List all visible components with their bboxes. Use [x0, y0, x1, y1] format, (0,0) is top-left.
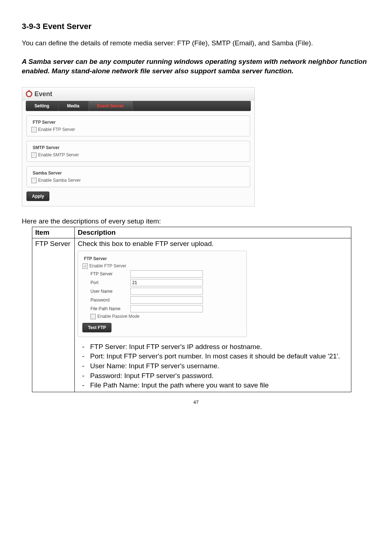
checkbox-samba[interactable] — [31, 178, 37, 183]
form-row-username: User Name — [90, 288, 242, 295]
checkbox-label-samba: Enable Samba Server — [38, 178, 81, 183]
cell-item: FTP Server — [32, 238, 75, 392]
th-item: Item — [32, 227, 75, 238]
checkbox-row-ftp: Enable FTP Server — [31, 127, 245, 132]
input-username[interactable] — [130, 288, 203, 295]
fieldset-legend-samba: Samba Server — [31, 171, 63, 176]
checkbox-ftp[interactable] — [31, 127, 37, 132]
tab-setting[interactable]: Setting — [26, 101, 58, 111]
tab-media[interactable]: Media — [58, 101, 89, 111]
panel-title-bar: Event — [22, 87, 254, 101]
form-row-password: Password — [90, 296, 242, 304]
list-item: FTP Server: Input FTP server's IP addres… — [78, 342, 348, 352]
fieldset-legend-smtp: SMTP Server — [31, 145, 61, 150]
fieldset-smtp: SMTP Server Enable SMTP Server — [26, 141, 250, 162]
bullet-list: FTP Server: Input FTP server's IP addres… — [78, 342, 348, 390]
list-item: Password: Input FTP server's password. — [78, 371, 348, 381]
inner-checkbox-enable[interactable]: ✓ — [82, 263, 88, 269]
apply-button[interactable]: Apply — [26, 192, 49, 201]
checkbox-row-samba: Enable Samba Server — [31, 178, 245, 183]
input-ftpserver[interactable] — [130, 270, 203, 278]
event-panel: Event Setting Media Event Server FTP Ser… — [22, 87, 255, 206]
form-row-ftpserver: FTP Server — [90, 270, 242, 278]
tab-event-server[interactable]: Event Server — [89, 101, 133, 111]
emphasis-paragraph: A Samba server can be any computer runni… — [22, 57, 370, 76]
label-password: Password — [90, 297, 130, 303]
gear-icon — [26, 91, 32, 97]
label-port: Port — [90, 280, 130, 285]
checkbox-passive[interactable] — [90, 314, 96, 319]
list-item: User Name: Input FTP server's username. — [78, 361, 348, 371]
form-row-filepath: File Path Name — [90, 305, 242, 312]
input-port[interactable] — [130, 279, 203, 286]
label-username: User Name — [90, 289, 130, 294]
cell-description: Check this box to enable FTP server uplo… — [75, 238, 351, 392]
checkbox-row-smtp: Enable SMTP Server — [31, 152, 245, 158]
inner-fieldset-ftp: FTP Server ✓ Enable FTP Server FTP Serve… — [78, 251, 247, 337]
label-filepath: File Path Name — [90, 306, 130, 311]
description-table: Item Description FTP Server Check this b… — [32, 227, 351, 392]
input-filepath[interactable] — [130, 305, 203, 312]
inner-enable-row: ✓ Enable FTP Server — [82, 263, 242, 269]
descriptions-intro: Here are the descriptions of every setup… — [22, 217, 370, 225]
label-ftpserver: FTP Server — [90, 271, 130, 276]
passive-row: Enable Passive Mode — [90, 314, 242, 319]
table-row: FTP Server Check this box to enable FTP … — [32, 238, 351, 392]
intro-paragraph: You can define the details of remote med… — [22, 38, 370, 48]
label-passive: Enable Passive Mode — [97, 314, 139, 319]
fieldset-ftp: FTP Server Enable FTP Server — [26, 115, 250, 136]
inner-legend: FTP Server — [82, 256, 108, 261]
panel-title-text: Event — [34, 90, 52, 98]
tab-bar: Setting Media Event Server — [26, 101, 251, 111]
fieldset-samba: Samba Server Enable Samba Server — [26, 166, 250, 187]
section-heading: 3-9-3 Event Server — [22, 22, 370, 31]
checkbox-label-smtp: Enable SMTP Server — [38, 152, 79, 157]
list-item: File Path Name: Input the path where you… — [78, 381, 348, 390]
table-header-row: Item Description — [32, 227, 351, 238]
checkbox-smtp[interactable] — [31, 152, 37, 158]
fieldset-legend-ftp: FTP Server — [31, 120, 57, 125]
inner-enable-label: Enable FTP Server — [89, 263, 126, 268]
form-row-port: Port — [90, 279, 242, 286]
desc-top-text: Check this box to enable FTP server uplo… — [78, 240, 348, 248]
page-number: 47 — [22, 399, 370, 405]
test-ftp-button[interactable]: Test FTP — [82, 323, 111, 332]
th-description: Description — [75, 227, 351, 238]
checkbox-label-ftp: Enable FTP Server — [38, 127, 75, 132]
input-password[interactable] — [130, 296, 203, 304]
list-item: Port: Input FTP server's port number. In… — [78, 352, 348, 361]
